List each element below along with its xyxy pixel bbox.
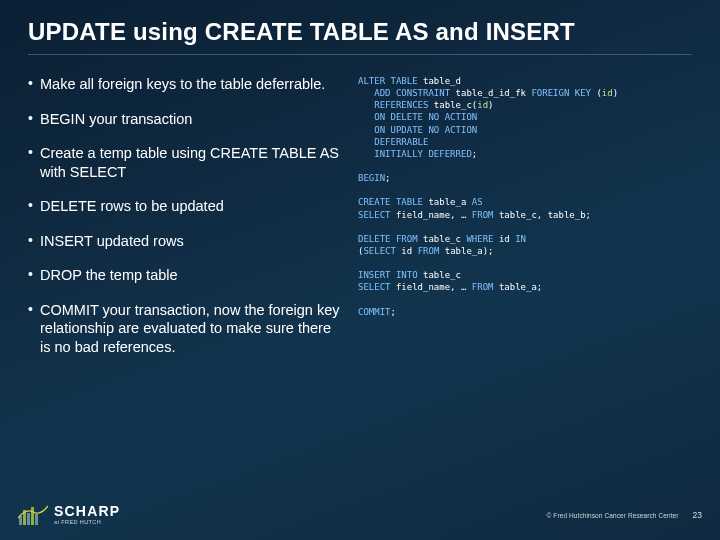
page-number: 23: [693, 510, 702, 520]
brand-logo: SCHARP at FRED HUTCH: [18, 504, 120, 526]
svg-rect-4: [35, 514, 38, 525]
content-columns: Make all foreign keys to the table defer…: [28, 75, 692, 372]
bullet-item: Create a temp table using CREATE TABLE A…: [28, 144, 340, 181]
right-column: ALTER TABLE table_d ADD CONSTRAINT table…: [358, 75, 692, 372]
bullet-item: Make all foreign keys to the table defer…: [28, 75, 340, 94]
logo-mark-icon: [18, 504, 48, 526]
bullet-item: DELETE rows to be updated: [28, 197, 340, 216]
bullet-item: INSERT updated rows: [28, 232, 340, 251]
bullet-list: Make all foreign keys to the table defer…: [28, 75, 340, 356]
svg-rect-3: [31, 507, 34, 525]
left-column: Make all foreign keys to the table defer…: [28, 75, 340, 372]
svg-rect-2: [27, 513, 30, 525]
bullet-item: DROP the temp table: [28, 266, 340, 285]
slide-title: UPDATE using CREATE TABLE AS and INSERT: [28, 18, 692, 55]
sql-code-block: ALTER TABLE table_d ADD CONSTRAINT table…: [358, 75, 692, 318]
bullet-item: COMMIT your transaction, now the foreign…: [28, 301, 340, 357]
brand-name: SCHARP: [54, 504, 120, 518]
brand-byline: at FRED HUTCH: [54, 520, 120, 526]
slide-footer: SCHARP at FRED HUTCH © Fred Hutchinson C…: [0, 496, 720, 540]
copyright-text: © Fred Hutchinson Cancer Research Center: [547, 512, 679, 519]
bullet-item: BEGIN your transaction: [28, 110, 340, 129]
